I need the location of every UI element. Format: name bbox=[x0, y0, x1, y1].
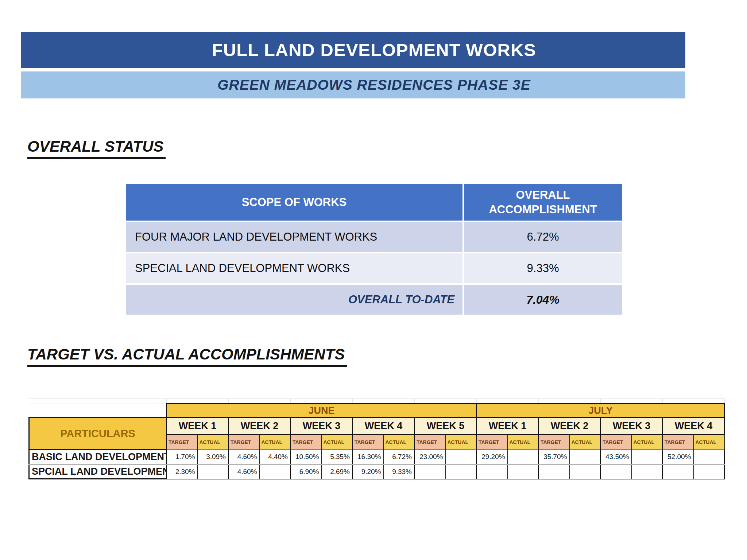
actual-subheader: ACTUAL bbox=[632, 435, 663, 450]
scope-cell: FOUR MAJOR LAND DEVELOPMENT WORKS bbox=[126, 222, 462, 252]
spacer-row bbox=[29, 399, 725, 404]
value-cell: 4.40% bbox=[260, 450, 291, 464]
value-cell bbox=[570, 450, 601, 464]
week-header-row: PARTICULARSWEEK 1WEEK 2WEEK 3WEEK 4WEEK … bbox=[29, 418, 725, 435]
value-cell bbox=[508, 464, 539, 479]
spacer-cell bbox=[663, 399, 725, 404]
value-cell bbox=[632, 464, 663, 479]
scope-cell: SPECIAL LAND DEVELOPMENT WORKS bbox=[126, 253, 462, 283]
target-actual-table: JUNEJULYPARTICULARSWEEK 1WEEK 2WEEK 3WEE… bbox=[28, 398, 725, 479]
week-header: WEEK 4 bbox=[353, 418, 415, 435]
accomplishment-cell: 9.33% bbox=[464, 253, 622, 283]
value-cell: 10.50% bbox=[291, 450, 322, 464]
value-cell bbox=[539, 464, 570, 479]
target-subheader: TARGET bbox=[539, 435, 570, 450]
spacer-cell bbox=[29, 399, 167, 404]
row-label: SPCIAL LAND DEVELOPMENT bbox=[29, 464, 167, 479]
target-subheader: TARGET bbox=[601, 435, 632, 450]
value-cell: 1.70% bbox=[167, 450, 198, 464]
overall-to-date-label: OVERALL TO-DATE bbox=[126, 285, 462, 315]
value-cell bbox=[477, 464, 508, 479]
value-cell bbox=[632, 450, 663, 464]
overall-status-table: SCOPE OF WORKS OVERALL ACCOMPLISHMENT FO… bbox=[126, 184, 622, 315]
value-cell: 2.69% bbox=[322, 464, 353, 479]
title-banner: FULL LAND DEVELOPMENT WORKS bbox=[21, 32, 685, 68]
week-header: WEEK 2 bbox=[229, 418, 291, 435]
actual-subheader: ACTUAL bbox=[446, 435, 477, 450]
accomplishment-cell: 6.72% bbox=[464, 222, 622, 252]
actual-subheader: ACTUAL bbox=[508, 435, 539, 450]
week-header: WEEK 1 bbox=[167, 418, 229, 435]
actual-subheader: ACTUAL bbox=[694, 435, 725, 450]
value-cell bbox=[601, 464, 632, 479]
value-cell bbox=[415, 464, 446, 479]
target-vs-actual-heading: TARGET VS. ACTUAL ACCOMPLISHMENTS bbox=[27, 346, 347, 367]
week-header: WEEK 3 bbox=[601, 418, 663, 435]
month-header-row: JUNEJULY bbox=[29, 404, 725, 418]
spacer-cell bbox=[353, 399, 415, 404]
row-label: BASIC LAND DEVELOPMENT bbox=[29, 450, 167, 464]
value-cell bbox=[694, 450, 725, 464]
actual-subheader: ACTUAL bbox=[198, 435, 229, 450]
actual-subheader: ACTUAL bbox=[260, 435, 291, 450]
target-subheader: TARGET bbox=[229, 435, 260, 450]
table-row: BASIC LAND DEVELOPMENT1.70%3.09%4.60%4.4… bbox=[29, 450, 725, 464]
value-cell: 29.20% bbox=[477, 450, 508, 464]
value-cell bbox=[694, 464, 725, 479]
value-cell: 5.35% bbox=[322, 450, 353, 464]
value-cell: 3.09% bbox=[198, 450, 229, 464]
actual-subheader: ACTUAL bbox=[570, 435, 601, 450]
month-header-july: JULY bbox=[477, 404, 725, 418]
page-subtitle: GREEN MEADOWS RESIDENCES PHASE 3E bbox=[217, 77, 531, 93]
value-cell: 9.20% bbox=[353, 464, 384, 479]
spacer-cell bbox=[601, 399, 663, 404]
spacer-cell bbox=[229, 399, 291, 404]
value-cell: 35.70% bbox=[539, 450, 570, 464]
target-subheader: TARGET bbox=[663, 435, 694, 450]
corner-cell bbox=[29, 404, 167, 418]
value-cell: 6.72% bbox=[384, 450, 415, 464]
value-cell bbox=[570, 464, 601, 479]
page-title: FULL LAND DEVELOPMENT WORKS bbox=[212, 40, 536, 60]
value-cell bbox=[446, 464, 477, 479]
value-cell: 43.50% bbox=[601, 450, 632, 464]
actual-subheader: ACTUAL bbox=[322, 435, 353, 450]
week-header: WEEK 5 bbox=[415, 418, 477, 435]
subtitle-banner: GREEN MEADOWS RESIDENCES PHASE 3E bbox=[21, 71, 685, 98]
table-row: SPCIAL LAND DEVELOPMENT2.30%4.60%6.90%2.… bbox=[29, 464, 725, 479]
actual-subheader: ACTUAL bbox=[384, 435, 415, 450]
spacer-cell bbox=[415, 399, 477, 404]
value-cell bbox=[446, 450, 477, 464]
week-header: WEEK 1 bbox=[477, 418, 539, 435]
column-header-overall-accomplishment: OVERALL ACCOMPLISHMENT bbox=[464, 184, 622, 221]
value-cell: 4.60% bbox=[229, 450, 260, 464]
spacer-cell bbox=[477, 399, 539, 404]
overall-to-date-value: 7.04% bbox=[464, 285, 622, 315]
target-subheader: TARGET bbox=[353, 435, 384, 450]
spacer-cell bbox=[291, 399, 353, 404]
target-subheader: TARGET bbox=[477, 435, 508, 450]
value-cell: 9.33% bbox=[384, 464, 415, 479]
value-cell: 16.30% bbox=[353, 450, 384, 464]
target-subheader: TARGET bbox=[415, 435, 446, 450]
particulars-header: PARTICULARS bbox=[29, 418, 167, 450]
value-cell: 2.30% bbox=[167, 464, 198, 479]
target-subheader: TARGET bbox=[291, 435, 322, 450]
value-cell bbox=[260, 464, 291, 479]
value-cell: 52.00% bbox=[663, 450, 694, 464]
value-cell: 23.00% bbox=[415, 450, 446, 464]
value-cell bbox=[198, 464, 229, 479]
week-header: WEEK 3 bbox=[291, 418, 353, 435]
value-cell: 6.90% bbox=[291, 464, 322, 479]
value-cell bbox=[508, 450, 539, 464]
target-subheader: TARGET bbox=[167, 435, 198, 450]
column-header-scope-of-works: SCOPE OF WORKS bbox=[126, 184, 462, 221]
overall-status-heading: OVERALL STATUS bbox=[27, 138, 166, 159]
value-cell: 4.60% bbox=[229, 464, 260, 479]
value-cell bbox=[663, 464, 694, 479]
spacer-cell bbox=[539, 399, 601, 404]
month-header-june: JUNE bbox=[167, 404, 477, 418]
spacer-cell bbox=[167, 399, 229, 404]
week-header: WEEK 4 bbox=[663, 418, 725, 435]
week-header: WEEK 2 bbox=[539, 418, 601, 435]
